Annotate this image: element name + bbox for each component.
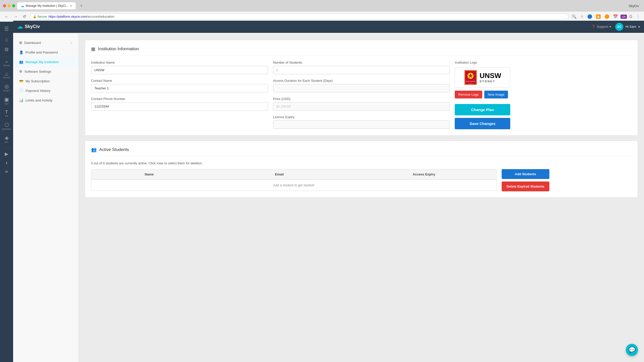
linkedin-icon: in bbox=[5, 170, 8, 173]
bookmark-icon[interactable]: ☆ bbox=[579, 13, 585, 20]
dashboard-house-icon: ⌂ bbox=[70, 41, 72, 45]
browser-ext-4[interactable]: 📅 bbox=[612, 13, 619, 20]
profile-icon: 👤 bbox=[19, 50, 23, 54]
tab-title: Manage My Institution | SkyCi... bbox=[26, 4, 68, 8]
students-action-buttons: Add Students Delete Expired Students bbox=[502, 169, 550, 191]
sidebar-sb[interactable]: T SB bbox=[0, 108, 13, 119]
design-icon: ⬡ bbox=[5, 122, 9, 127]
unsw-logo: MANU ET MENTE UNSW UNSW SYDNEY bbox=[464, 70, 501, 85]
beam-label: BEAM bbox=[4, 64, 10, 67]
num-students-input[interactable] bbox=[273, 66, 450, 74]
delete-expired-button[interactable]: Delete Expired Students bbox=[502, 182, 550, 191]
access-duration-group: Access Duration for Each Student (Days) bbox=[273, 79, 450, 92]
url-display: https://platform.skyciv.com/account/educ… bbox=[48, 15, 114, 18]
back-button[interactable]: ← bbox=[3, 13, 10, 20]
main-content: ▦ Institution Information Institution Na… bbox=[79, 34, 644, 362]
sidebar-item-software-settings[interactable]: ⚙ Software Settings bbox=[13, 67, 78, 76]
add-students-button[interactable]: Add Students bbox=[502, 169, 550, 179]
avatar: SC bbox=[615, 23, 623, 31]
licence-expiry-label: Licence Expiry bbox=[273, 115, 450, 119]
hamburger-menu[interactable]: ☰ bbox=[2, 24, 11, 34]
institution-info-card: ▦ Institution Information Institution Na… bbox=[85, 40, 638, 136]
sidebar-item-manage-institution[interactable]: 👥 Manage My Institution bbox=[13, 57, 78, 67]
sidebar-item-label: Manage My Institution bbox=[25, 60, 59, 64]
change-plan-button[interactable]: Change Plan bbox=[455, 104, 510, 115]
sidebar-divider-1 bbox=[2, 56, 11, 56]
chat-bubble[interactable]: 💬 bbox=[626, 344, 638, 356]
gear-icon: ⚙ bbox=[4, 47, 9, 52]
unsw-crest-svg: MANU ET MENTE UNSW bbox=[464, 70, 477, 85]
sidebar-design[interactable]: ⬡ DESIGN bbox=[0, 120, 13, 132]
sidebar-item-label: Payment History bbox=[25, 89, 50, 93]
sidebar-item-limits[interactable]: 📊 Limits and Activity bbox=[13, 95, 78, 105]
sidebar-item-payment-history[interactable]: 📄 Payment History bbox=[13, 86, 78, 95]
logo-text: SkyCiv bbox=[25, 24, 40, 29]
institution-name-input[interactable] bbox=[91, 66, 268, 74]
browser-ext-1[interactable]: 🔵 bbox=[586, 13, 593, 20]
search-icon[interactable]: 🔍 bbox=[571, 13, 578, 20]
contact-phone-input[interactable] bbox=[91, 102, 268, 111]
institution-card-title: Institution Information bbox=[98, 46, 139, 51]
institution-name-label: Institution Name bbox=[91, 61, 268, 64]
col-access-expiry: Access Expiry bbox=[352, 169, 496, 179]
sidebar-3sd[interactable]: ▣ 3SD bbox=[0, 95, 13, 107]
support-chevron-icon: ▾ bbox=[609, 25, 611, 29]
shaft-icon: ◎ bbox=[5, 84, 9, 89]
sidebar-api[interactable]: ◈ API bbox=[0, 133, 13, 145]
contact-phone-label: Contact Phone Number bbox=[91, 97, 268, 101]
sidebar-gear[interactable]: ⚙ bbox=[0, 45, 13, 54]
browser-ext-3[interactable]: 🟠 bbox=[603, 13, 610, 20]
sidebar-item-label: Software Settings bbox=[24, 70, 51, 73]
sb-label: SB bbox=[5, 115, 8, 117]
shaft-label: SHAFT bbox=[3, 90, 10, 92]
sidebar-shaft[interactable]: ◎ SHAFT bbox=[0, 82, 13, 94]
support-link[interactable]: ❓ Support ▾ bbox=[592, 25, 611, 29]
institution-icon: 👥 bbox=[19, 60, 23, 64]
browser-tab[interactable]: ☁ Manage My Institution | SkyCi... ✕ bbox=[17, 2, 76, 9]
save-changes-button[interactable]: Save Changes bbox=[455, 118, 510, 129]
logo-cloud-icon: ☁ bbox=[17, 23, 23, 30]
truss-label: TRUSS bbox=[3, 76, 10, 79]
window-close-dot[interactable] bbox=[3, 4, 6, 7]
window-minimize-dot[interactable] bbox=[8, 4, 11, 7]
browser-ext-5[interactable]: G bbox=[628, 13, 633, 20]
window-maximize-dot[interactable] bbox=[12, 4, 15, 7]
students-card-title: Active Students bbox=[99, 147, 129, 152]
sidebar-item-subscription[interactable]: 💳 My Subscription bbox=[13, 76, 78, 86]
browser-menu[interactable]: ⋮ bbox=[635, 13, 641, 20]
sidebar-facebook[interactable]: f bbox=[0, 159, 13, 167]
contact-name-input[interactable] bbox=[91, 84, 268, 92]
app-header: ☁ SkyCiv ❓ Support ▾ SC Hi Sam ▾ bbox=[13, 21, 644, 33]
new-tab-button[interactable]: + bbox=[78, 2, 85, 10]
sidebar-item-profile[interactable]: 👤 Profile and Password bbox=[13, 47, 78, 57]
price-group: Price (USD) bbox=[273, 97, 450, 111]
access-duration-label: Access Duration for Each Student (Days) bbox=[273, 79, 450, 83]
forward-button[interactable]: → bbox=[12, 13, 19, 20]
tab-close-button[interactable]: ✕ bbox=[70, 4, 72, 8]
address-bar[interactable]: 🔒 Secure https://platform.skyciv.com/acc… bbox=[30, 13, 569, 20]
sidebar-beam[interactable]: ━ BEAM bbox=[0, 58, 13, 69]
licence-expiry-group: Licence Expiry bbox=[273, 115, 450, 129]
design-label: DESIGN bbox=[2, 128, 11, 130]
youtube-icon: ▶ bbox=[5, 152, 8, 156]
sidebar-youtube[interactable]: ▶ bbox=[0, 150, 13, 158]
refresh-button[interactable]: ↺ bbox=[21, 13, 28, 20]
students-header-icon: 👥 bbox=[91, 147, 97, 152]
sidebar-home[interactable]: ⌂ bbox=[0, 35, 13, 44]
user-menu[interactable]: SC Hi Sam ▾ bbox=[615, 23, 640, 31]
remove-logo-button[interactable]: Remove Logo bbox=[455, 91, 482, 98]
sidebar-linkedin[interactable]: in bbox=[0, 168, 13, 175]
beam-icon: ━ bbox=[6, 60, 8, 64]
browser-ext-2[interactable]: 🔼 bbox=[595, 13, 602, 20]
chat-icon: 💬 bbox=[629, 347, 635, 353]
dashboard-icon: ⊞ bbox=[19, 41, 22, 45]
logo-display: MANU ET MENTE UNSW UNSW SYDNEY bbox=[455, 67, 510, 88]
new-image-button[interactable]: New Image bbox=[484, 91, 508, 98]
sidebar-truss[interactable]: △ TRUSS bbox=[0, 70, 13, 81]
sidebar-item-dashboard[interactable]: ⊞ Dashboard ⌂ bbox=[13, 38, 78, 47]
price-input bbox=[273, 102, 450, 111]
logo-and-actions-col: Institution Logo MANU ET M bbox=[455, 61, 632, 129]
api-icon: ◈ bbox=[5, 135, 9, 140]
secure-label: 🔒 Secure bbox=[33, 15, 47, 18]
limits-icon: 📊 bbox=[19, 98, 23, 102]
